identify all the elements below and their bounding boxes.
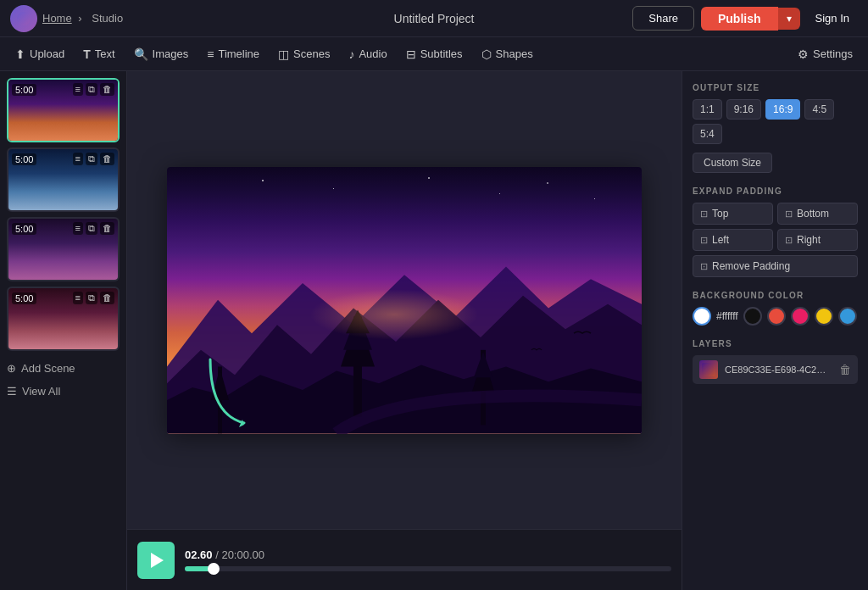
share-button[interactable]: Share xyxy=(632,6,694,31)
toolbar-timeline-label: Timeline xyxy=(218,47,259,60)
ratio-1-1[interactable]: 1:1 xyxy=(693,99,722,120)
signin-button[interactable]: Sign In xyxy=(807,7,858,30)
scene-1-delete-icon[interactable]: 🗑 xyxy=(100,83,114,96)
scene-1-reorder-icon[interactable]: ≡ xyxy=(73,83,83,96)
toolbar-images[interactable]: 🔍 Images xyxy=(125,43,198,65)
layer-thumb-1 xyxy=(699,360,718,379)
padding-right-label: Right xyxy=(797,234,821,246)
timeline-scrubber: 02.60 / 20:00.00 xyxy=(185,548,671,571)
toolbar-shapes-label: Shapes xyxy=(496,47,533,60)
layer-item-1[interactable]: CE89C33E-E698-4C2D-... 🗑 xyxy=(693,355,858,384)
timeline-track[interactable] xyxy=(185,566,671,571)
ratio-9-16[interactable]: 9:16 xyxy=(726,99,761,120)
toolbar-audio-label: Audio xyxy=(359,47,387,60)
padding-bottom-button[interactable]: ⊡ Bottom xyxy=(777,203,858,225)
images-icon: 🔍 xyxy=(134,47,148,61)
topbar-actions: Share Publish ▾ Sign In xyxy=(632,6,858,31)
toolbar-settings-label: Settings xyxy=(813,47,853,60)
timeline-icon: ≡ xyxy=(207,47,214,61)
layer-delete-button-1[interactable]: 🗑 xyxy=(839,363,851,376)
add-scene-label: Add Scene xyxy=(21,362,75,375)
color-swatch-black[interactable] xyxy=(743,307,762,326)
scene-3-time: 5:00 xyxy=(12,223,36,235)
custom-size-button[interactable]: Custom Size xyxy=(693,153,772,173)
scene-card-1[interactable]: 5:00 ≡ ⧉ 🗑 xyxy=(7,78,120,142)
toolbar-subtitles-label: Subtitles xyxy=(420,47,463,60)
app-logo xyxy=(10,5,37,32)
publish-button[interactable]: Publish xyxy=(701,7,778,31)
add-scene-icon: ⊕ xyxy=(7,362,16,375)
scene-card-4[interactable]: 5:00 ≡ ⧉ 🗑 xyxy=(7,287,120,351)
remove-padding-button[interactable]: ⊡ Remove Padding xyxy=(693,255,858,277)
toolbar-subtitles[interactable]: ⊟ Subtitles xyxy=(398,43,471,65)
padding-right-button[interactable]: ⊡ Right xyxy=(777,229,858,251)
scenes-icon: ◫ xyxy=(278,47,289,61)
toolbar-scenes[interactable]: ◫ Scenes xyxy=(270,43,338,65)
color-swatch-yellow[interactable] xyxy=(815,307,833,326)
color-hex-label: #ffffff xyxy=(716,310,738,322)
color-swatch-white[interactable] xyxy=(693,307,711,326)
publish-group: Publish ▾ xyxy=(701,7,800,31)
toolbar-timeline[interactable]: ≡ Timeline xyxy=(198,43,268,65)
publish-dropdown-button[interactable]: ▾ xyxy=(778,8,800,30)
scene-card-2[interactable]: 5:00 ≡ ⧉ 🗑 xyxy=(7,148,120,212)
toolbar-text-label: Text xyxy=(95,47,115,60)
expand-padding-section: EXPAND PADDING ⊡ Top ⊡ Bottom ⊡ Left ⊡ R… xyxy=(693,186,858,277)
canvas-frame xyxy=(167,167,642,434)
view-all-button[interactable]: ☰ View All xyxy=(7,382,120,400)
toolbar-images-label: Images xyxy=(153,47,189,60)
svg-rect-14 xyxy=(702,363,715,376)
padding-left-button[interactable]: ⊡ Left xyxy=(693,229,773,251)
scene-2-reorder-icon[interactable]: ≡ xyxy=(73,153,83,165)
breadcrumb-home-link[interactable]: Home xyxy=(42,12,72,25)
scene-3-delete-icon[interactable]: 🗑 xyxy=(100,222,114,235)
scene-card-3[interactable]: 5:00 ≡ ⧉ 🗑 xyxy=(7,217,120,281)
scene-2-meta: 5:00 ≡ ⧉ 🗑 xyxy=(12,153,114,165)
scene-2-delete-icon[interactable]: 🗑 xyxy=(100,153,114,165)
ratio-16-9[interactable]: 16:9 xyxy=(765,99,800,120)
text-icon: T xyxy=(83,47,91,61)
scene-3-duplicate-icon[interactable]: ⧉ xyxy=(86,222,97,235)
toolbar-text[interactable]: T Text xyxy=(75,43,123,65)
timeline-time-display: 02.60 / 20:00.00 xyxy=(185,548,671,561)
sidebar: 5:00 ≡ ⧉ 🗑 5:00 ≡ ⧉ 🗑 xyxy=(0,71,127,590)
timeline-scrubber-handle[interactable] xyxy=(208,563,220,575)
padding-left-icon: ⊡ xyxy=(700,235,708,246)
subtitles-icon: ⊟ xyxy=(406,47,416,61)
toolbar-shapes[interactable]: ⬡ Shapes xyxy=(473,43,542,65)
scene-4-reorder-icon[interactable]: ≡ xyxy=(73,292,83,304)
layers-title: LAYERS xyxy=(693,339,858,348)
breadcrumb-studio: Studio xyxy=(92,12,123,25)
add-scene-button[interactable]: ⊕ Add Scene xyxy=(7,359,120,377)
toolbar-upload[interactable]: ⬆ Upload xyxy=(7,43,73,65)
audio-icon: ♪ xyxy=(348,47,354,61)
padding-right-icon: ⊡ xyxy=(785,235,793,246)
padding-top-icon: ⊡ xyxy=(700,209,708,220)
padding-left-label: Left xyxy=(712,234,729,246)
color-swatch-blue[interactable] xyxy=(838,307,857,326)
toolbar-settings[interactable]: ⚙ Settings xyxy=(789,43,861,65)
padding-bottom-icon: ⊡ xyxy=(785,209,793,220)
scene-2-duplicate-icon[interactable]: ⧉ xyxy=(86,153,97,165)
ratio-5-4[interactable]: 5:4 xyxy=(693,124,722,144)
scene-4-actions: ≡ ⧉ 🗑 xyxy=(73,292,114,304)
scene-4-duplicate-icon[interactable]: ⧉ xyxy=(86,292,97,304)
svg-point-0 xyxy=(17,12,31,25)
play-icon xyxy=(151,553,164,568)
scene-4-time: 5:00 xyxy=(12,292,36,304)
timeline: 02.60 / 20:00.00 xyxy=(127,529,682,590)
scene-4-delete-icon[interactable]: 🗑 xyxy=(100,292,114,304)
color-swatches: #ffffff xyxy=(693,307,858,326)
play-button[interactable] xyxy=(137,542,175,579)
color-swatch-pink[interactable] xyxy=(791,307,810,326)
project-title[interactable]: Untitled Project xyxy=(394,12,475,25)
scene-3-reorder-icon[interactable]: ≡ xyxy=(73,222,83,235)
ratio-buttons: 1:1 9:16 16:9 4:5 5:4 xyxy=(693,99,858,144)
toolbar-upload-label: Upload xyxy=(30,47,64,60)
ratio-4-5[interactable]: 4:5 xyxy=(804,99,834,120)
color-swatch-red[interactable] xyxy=(767,307,786,326)
toolbar-audio[interactable]: ♪ Audio xyxy=(340,43,395,65)
scene-1-duplicate-icon[interactable]: ⧉ xyxy=(86,83,97,96)
padding-top-button[interactable]: ⊡ Top xyxy=(693,203,773,225)
canvas-area[interactable] xyxy=(127,71,682,529)
